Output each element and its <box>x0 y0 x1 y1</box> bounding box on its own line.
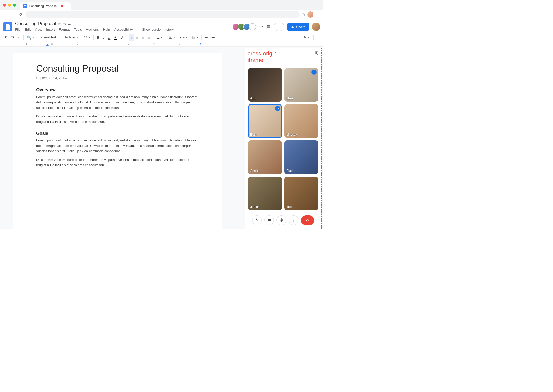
document-title[interactable]: Consulting Proposal <box>15 21 56 27</box>
doc-heading-goals[interactable]: Goals <box>36 131 199 136</box>
hangup-button[interactable] <box>301 215 314 225</box>
participant-name: Elad <box>286 169 293 173</box>
browser-tab[interactable]: Consulting Proposal × <box>20 2 71 10</box>
right-indent-marker-icon[interactable] <box>199 43 202 45</box>
cloud-saved-icon: ☁ <box>67 22 71 26</box>
popout-icon[interactable]: ⇱ <box>315 51 318 56</box>
annotation-iframe-label: cross-origin iframe <box>248 50 277 64</box>
redo-button[interactable]: ↷ <box>10 34 16 41</box>
number-list-button[interactable]: 1≡ <box>190 34 200 41</box>
align-right-button[interactable]: ≡ <box>141 34 146 41</box>
style-dropdown[interactable]: Normal text <box>39 35 60 40</box>
menu-addons[interactable]: Add-ons <box>86 28 99 31</box>
more-options-button[interactable]: ⋮ <box>289 215 298 225</box>
presence-avatars[interactable]: ••• <box>234 23 256 30</box>
tab-close-icon[interactable]: × <box>65 4 68 8</box>
indent-increase-button[interactable]: ⇥ <box>210 34 216 41</box>
comments-icon[interactable]: ▤ <box>267 24 271 30</box>
video-tile[interactable]: Annika <box>248 140 282 174</box>
menu-tools[interactable]: Tools <box>74 28 82 31</box>
meet-button[interactable] <box>274 23 284 31</box>
underline-button[interactable]: U <box>106 34 112 41</box>
hand-icon <box>279 218 283 222</box>
svg-rect-8 <box>278 108 279 109</box>
raise-hand-button[interactable] <box>276 215 286 225</box>
video-tile[interactable]: Lindsay <box>284 104 318 138</box>
account-avatar[interactable] <box>312 23 320 31</box>
move-icon[interactable]: ▭ <box>62 22 66 26</box>
indent-decrease-button[interactable]: ⇤ <box>203 34 209 41</box>
share-button[interactable]: ⩨ Share <box>287 23 309 31</box>
window-minimize-icon[interactable] <box>8 4 11 7</box>
doc-paragraph[interactable]: Lorem ipsum dolor sit amet, consectetuer… <box>36 95 199 110</box>
text-color-button[interactable]: A <box>112 34 118 41</box>
mic-button[interactable] <box>252 215 262 225</box>
print-button[interactable]: ⎙ <box>17 34 22 41</box>
align-center-button[interactable]: ≡ <box>135 34 140 41</box>
presence-more[interactable]: ••• <box>249 23 256 30</box>
zoom-dropdown[interactable]: 🔍 <box>25 34 35 41</box>
doc-heading-title[interactable]: Consulting Proposal <box>36 63 199 74</box>
star-icon[interactable]: ☆ <box>58 22 61 26</box>
menu-insert[interactable]: Insert <box>46 28 55 31</box>
font-dropdown[interactable]: Roboto <box>64 35 79 40</box>
doc-paragraph[interactable]: Lorem ipsum dolor sit amet, consectetuer… <box>36 138 199 154</box>
bullet-list-button[interactable]: ⋮≡ <box>177 34 189 41</box>
doc-paragraph[interactable]: Duis autem vel eum iriure dolor in hendr… <box>36 114 199 125</box>
video-call-panel: cross-origin iframe ⇱ Aziz Mike Beth Lin… <box>245 48 322 229</box>
formatting-toolbar: ↶ ↷ ⎙ 🔍 Normal text Roboto 11 B I U A 🖍 … <box>0 33 323 42</box>
menu-accessibility[interactable]: Accessibility <box>114 28 133 31</box>
video-tile[interactable]: Mike <box>284 68 318 102</box>
doc-paragraph[interactable]: Duis autem vel eum iriure dolor in hendr… <box>36 157 199 168</box>
align-left-button[interactable]: ≡ <box>129 34 134 41</box>
version-history-link[interactable]: Show version history <box>142 28 174 31</box>
italic-button[interactable]: I <box>102 34 106 41</box>
line-spacing-button[interactable]: ☰ <box>155 34 164 41</box>
doc-date[interactable]: September 04, 20XX <box>36 76 199 80</box>
menu-view[interactable]: View <box>35 28 42 31</box>
back-button[interactable]: ← <box>3 12 8 17</box>
checklist-button[interactable]: ☑ <box>167 34 177 41</box>
window-maximize-icon[interactable] <box>13 4 16 7</box>
docs-logo-icon[interactable] <box>3 22 12 31</box>
reload-button[interactable]: ⟳ <box>18 12 24 17</box>
video-tile[interactable]: Beth <box>248 104 282 138</box>
browser-menu-icon[interactable]: ⋮ <box>316 12 321 17</box>
phone-hangup-icon <box>305 217 310 223</box>
address-bar[interactable] <box>26 11 300 18</box>
participant-name: Jordan <box>250 205 260 209</box>
bookmark-star-icon[interactable]: ☆ <box>302 12 305 17</box>
svg-rect-3 <box>313 72 313 72</box>
highlight-button[interactable]: 🖍 <box>119 34 125 41</box>
video-tile[interactable]: You <box>284 177 318 210</box>
indent-marker-icon[interactable] <box>46 44 49 46</box>
window-close-icon[interactable] <box>3 4 6 7</box>
svg-rect-0 <box>278 26 278 27</box>
align-justify-button[interactable]: ≡ <box>146 34 152 41</box>
tab-title: Consulting Proposal <box>29 4 57 8</box>
editing-mode-button[interactable]: ✎ <box>302 34 311 41</box>
video-tile[interactable]: Aziz <box>248 68 282 102</box>
document-canvas[interactable]: main content area Consulting Proposal Se… <box>0 47 245 229</box>
svg-rect-4 <box>314 71 314 73</box>
document-page[interactable]: Consulting Proposal September 04, 20XX O… <box>13 53 222 229</box>
browser-tab-strip: Consulting Proposal × <box>0 0 323 10</box>
bold-button[interactable]: B <box>95 34 101 41</box>
forward-button[interactable]: → <box>10 12 16 17</box>
ruler[interactable]: 1 2 3 4 5 6 7 <box>0 42 323 47</box>
menu-help[interactable]: Help <box>103 28 110 31</box>
activity-icon[interactable]: 〰 <box>259 24 263 29</box>
menu-format[interactable]: Format <box>59 28 70 31</box>
menu-file[interactable]: File <box>15 28 21 31</box>
font-size-dropdown[interactable]: 11 <box>83 35 92 40</box>
hide-menus-button[interactable]: ˆ <box>316 34 321 41</box>
camera-button[interactable] <box>264 215 274 225</box>
svg-rect-1 <box>279 25 279 28</box>
video-tile[interactable]: Elad <box>284 140 318 174</box>
video-tile[interactable]: Jordan <box>248 177 282 210</box>
profile-avatar[interactable] <box>307 11 313 18</box>
menu-edit[interactable]: Edit <box>25 28 31 31</box>
doc-heading-overview[interactable]: Overview <box>36 87 199 93</box>
participant-name: Mike <box>286 97 293 100</box>
undo-button[interactable]: ↶ <box>3 34 9 41</box>
